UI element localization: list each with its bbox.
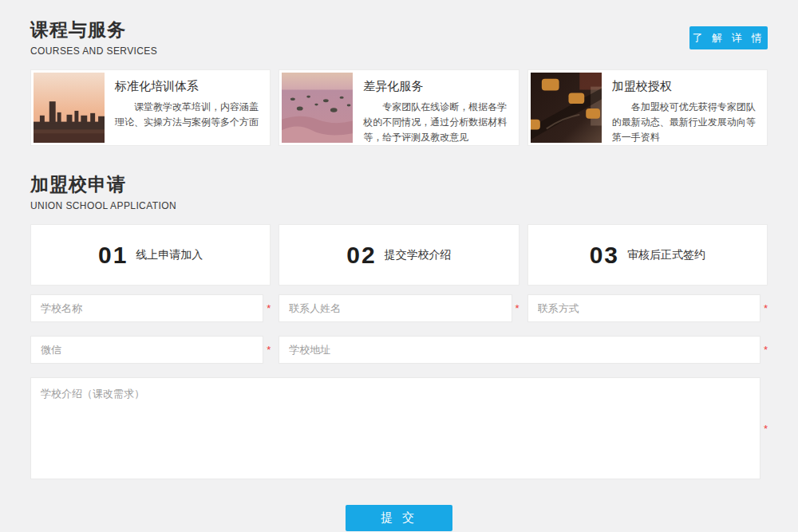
services-subtitle: COURSES AND SERVICES bbox=[30, 45, 157, 57]
required-marker: * bbox=[760, 424, 768, 434]
service-card-training: 标准化培训体系 课堂教学改革培训，内容涵盖理论、实操方法与案例等多个方面 bbox=[30, 69, 271, 146]
step-1-apply-online: 01 线上申请加入 bbox=[30, 224, 271, 286]
service-card-body: 差异化服务 专家团队在线诊断，根据各学校的不同情况，通过分析数据材料等，给予评测… bbox=[353, 73, 516, 143]
city-skyline-image bbox=[34, 73, 105, 143]
step-3-sign-contract: 03 审核后正式签约 bbox=[527, 224, 768, 286]
learn-more-button[interactable]: 了 解 详 情 bbox=[689, 26, 768, 49]
school-address-field: * bbox=[279, 336, 768, 364]
application-steps-row: 01 线上申请加入 02 提交学校介绍 03 审核后正式签约 bbox=[30, 224, 768, 286]
service-card-differentiated: 差异化服务 专家团队在线诊断，根据各学校的不同情况，通过分析数据材料等，给予评测… bbox=[279, 69, 519, 146]
application-form: * * * * * bbox=[30, 294, 768, 531]
required-marker: * bbox=[512, 303, 519, 313]
required-marker: * bbox=[760, 303, 768, 313]
school-intro-textarea[interactable] bbox=[30, 377, 760, 479]
form-grid: * * * * * bbox=[30, 294, 768, 479]
film-strip-image bbox=[531, 73, 602, 143]
service-card-body: 标准化培训体系 课堂教学改革培训，内容涵盖理论、实操方法与案例等多个方面 bbox=[105, 73, 267, 143]
school-address-input[interactable] bbox=[279, 336, 760, 364]
submit-button[interactable]: 提 交 bbox=[346, 505, 452, 531]
service-cards-row: 标准化培训体系 课堂教学改革培训，内容涵盖理论、实操方法与案例等多个方面 bbox=[30, 69, 768, 146]
wechat-input[interactable] bbox=[30, 336, 263, 364]
application-header: 加盟校申请 UNION SCHOOL APPLICATION bbox=[30, 172, 768, 211]
step-number: 01 bbox=[98, 242, 128, 269]
services-section: 课程与服务 COURSES AND SERVICES 了 解 详 情 bbox=[30, 18, 768, 146]
application-heading-block: 加盟校申请 UNION SCHOOL APPLICATION bbox=[30, 172, 176, 211]
step-label: 提交学校介绍 bbox=[385, 248, 452, 262]
step-label: 审核后正式签约 bbox=[627, 248, 705, 262]
service-card-authorization: 加盟校授权 各加盟校可优先获得专家团队的最新动态、最新行业发展动向等第一手资料 bbox=[527, 69, 768, 146]
service-card-title: 差异化服务 bbox=[363, 79, 508, 94]
service-card-text: 专家团队在线诊断，根据各学校的不同情况，通过分析数据材料等，给予评测及教改意见 bbox=[363, 100, 508, 143]
service-card-text: 各加盟校可优先获得专家团队的最新动态、最新行业发展动向等第一手资料 bbox=[612, 100, 757, 143]
service-card-text: 课堂教学改革培训，内容涵盖理论、实操方法与案例等多个方面 bbox=[115, 100, 259, 130]
required-marker: * bbox=[263, 345, 271, 355]
school-intro-field: * bbox=[30, 377, 768, 479]
services-title: 课程与服务 bbox=[30, 18, 157, 42]
step-label: 线上申请加入 bbox=[136, 248, 203, 262]
desert-dusk-image bbox=[282, 73, 353, 143]
services-header: 课程与服务 COURSES AND SERVICES 了 解 详 情 bbox=[30, 18, 768, 57]
required-marker: * bbox=[760, 345, 768, 355]
step-number: 03 bbox=[590, 242, 619, 269]
wechat-field: * bbox=[30, 336, 271, 364]
contact-method-field: * bbox=[527, 294, 768, 322]
contact-method-input[interactable] bbox=[527, 294, 760, 322]
required-marker: * bbox=[263, 303, 271, 313]
application-title: 加盟校申请 bbox=[30, 172, 176, 197]
service-card-body: 加盟校授权 各加盟校可优先获得专家团队的最新动态、最新行业发展动向等第一手资料 bbox=[602, 73, 764, 143]
step-number: 02 bbox=[346, 242, 376, 269]
service-card-title: 标准化培训体系 bbox=[115, 79, 259, 94]
school-name-input[interactable] bbox=[30, 294, 263, 322]
contact-name-field: * bbox=[279, 294, 519, 322]
page: 课程与服务 COURSES AND SERVICES 了 解 详 情 bbox=[0, 0, 798, 531]
service-card-title: 加盟校授权 bbox=[612, 79, 757, 94]
school-name-field: * bbox=[30, 294, 271, 322]
services-heading-block: 课程与服务 COURSES AND SERVICES bbox=[30, 18, 157, 57]
application-subtitle: UNION SCHOOL APPLICATION bbox=[30, 200, 176, 211]
step-2-submit-intro: 02 提交学校介绍 bbox=[279, 224, 519, 286]
contact-name-input[interactable] bbox=[279, 294, 512, 322]
application-section: 加盟校申请 UNION SCHOOL APPLICATION 01 线上申请加入… bbox=[30, 172, 768, 531]
